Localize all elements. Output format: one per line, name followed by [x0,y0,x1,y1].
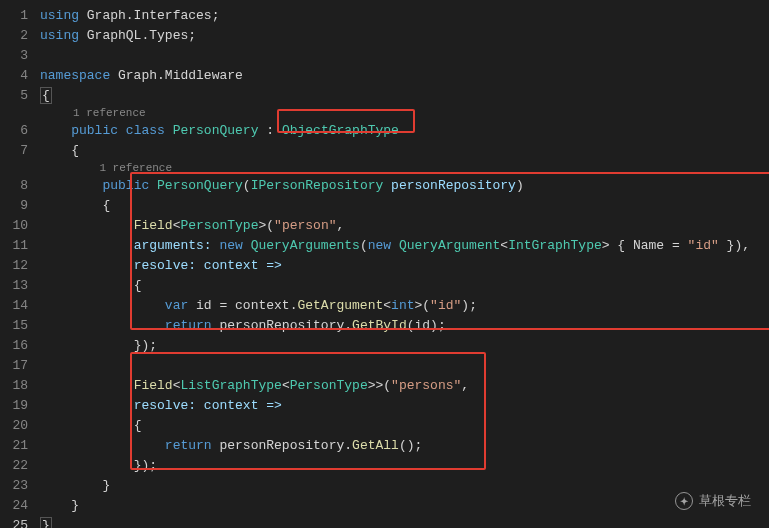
watermark: ✦ 草根专栏 [675,492,751,510]
codelens-reference[interactable]: 1 reference [99,162,172,174]
wechat-icon: ✦ [675,492,693,510]
line-gutter: 1 2 3 4 5 6 7 8 9 10 11 12 13 14 15 16 1… [0,0,40,528]
codelens-reference[interactable]: 1 reference [73,107,146,119]
watermark-text: 草根专栏 [699,492,751,510]
code-editor[interactable]: 1 2 3 4 5 6 7 8 9 10 11 12 13 14 15 16 1… [0,0,769,528]
code-area[interactable]: using Graph.Interfaces; using GraphQL.Ty… [40,0,769,528]
